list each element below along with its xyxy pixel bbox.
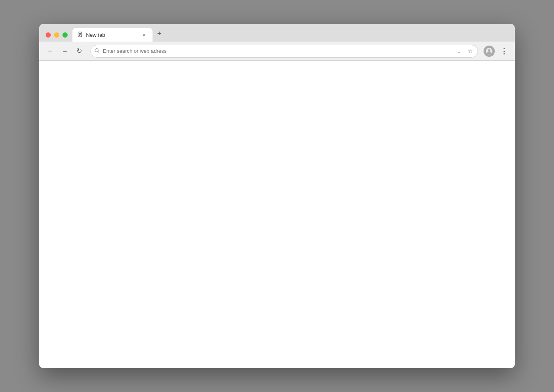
address-bar-container: ⌄ ☆ bbox=[90, 45, 478, 58]
reload-icon: ↻ bbox=[76, 47, 82, 55]
reload-button[interactable]: ↻ bbox=[73, 45, 86, 58]
bookmark-button[interactable]: ☆ bbox=[465, 46, 475, 56]
plus-icon: + bbox=[157, 30, 162, 38]
tab-bar: New tab ✕ + bbox=[39, 24, 515, 42]
tab-close-button[interactable]: ✕ bbox=[141, 31, 148, 38]
chevron-down-icon: ⌄ bbox=[456, 48, 461, 54]
menu-dots-icon: ⋮ bbox=[500, 47, 507, 56]
avatar bbox=[484, 46, 495, 57]
minimize-button[interactable] bbox=[54, 32, 59, 38]
forward-button[interactable]: → bbox=[58, 45, 71, 58]
menu-button[interactable]: ⋮ bbox=[497, 45, 510, 58]
chevron-down-button[interactable]: ⌄ bbox=[454, 46, 464, 56]
back-button[interactable]: ← bbox=[44, 45, 57, 58]
document-icon bbox=[77, 32, 83, 38]
star-icon: ☆ bbox=[468, 48, 473, 55]
tab-title: New tab bbox=[86, 32, 137, 38]
close-icon: ✕ bbox=[143, 33, 146, 37]
new-tab-button[interactable]: + bbox=[153, 28, 166, 42]
maximize-button[interactable] bbox=[62, 32, 68, 38]
address-bar-input[interactable] bbox=[90, 45, 478, 58]
traffic-lights bbox=[42, 32, 72, 42]
arrow-left-icon: ← bbox=[47, 48, 54, 55]
profile-button[interactable] bbox=[483, 45, 496, 58]
browser-tab[interactable]: New tab ✕ bbox=[72, 28, 153, 42]
content-area bbox=[39, 61, 515, 368]
browser-window: New tab ✕ + ← → ↻ bbox=[39, 24, 515, 368]
toolbar-right: ⋮ bbox=[483, 45, 510, 58]
svg-point-7 bbox=[488, 49, 490, 52]
close-button[interactable] bbox=[46, 32, 51, 38]
address-bar-actions: ⌄ ☆ bbox=[454, 46, 475, 56]
arrow-right-icon: → bbox=[62, 48, 68, 55]
toolbar: ← → ↻ ⌄ ☆ bbox=[39, 42, 515, 61]
